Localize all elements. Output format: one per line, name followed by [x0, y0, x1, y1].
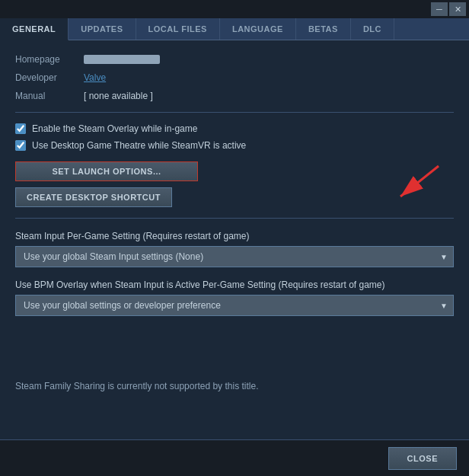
theatre-checkbox[interactable]	[15, 140, 26, 151]
developer-label: Developer	[15, 72, 84, 83]
homepage-row: Homepage	[15, 54, 454, 65]
family-sharing-note: Steam Family Sharing is currently not su…	[15, 381, 454, 391]
bpm-overlay-dropdown[interactable]: Use your global settings or developer pr…	[15, 295, 454, 316]
bpm-overlay-label: Use BPM Overlay when Steam Input is Acti…	[15, 280, 454, 290]
manual-value: [ none available ]	[84, 91, 153, 101]
launch-options-button[interactable]: SET LAUNCH OPTIONS...	[15, 161, 198, 181]
homepage-label: Homepage	[15, 54, 84, 65]
footer: CLOSE	[0, 439, 469, 476]
tab-localfiles[interactable]: LOCAL FILES	[136, 18, 220, 40]
minimize-button[interactable]: ─	[431, 2, 448, 16]
developer-row: Developer Valve	[15, 72, 454, 83]
content-area: Homepage Developer Valve Manual [ none a…	[0, 40, 469, 436]
tab-betas[interactable]: BETAS	[296, 18, 351, 40]
close-button[interactable]: CLOSE	[388, 447, 457, 470]
bpm-overlay-section: Use BPM Overlay when Steam Input is Acti…	[15, 280, 454, 316]
overlay-checkbox-row: Enable the Steam Overlay while in-game	[15, 123, 454, 134]
theatre-checkbox-row: Use Desktop Game Theatre while SteamVR i…	[15, 140, 454, 151]
steam-input-dropdown[interactable]: Use your global Steam Input settings (No…	[15, 246, 454, 267]
manual-row: Manual [ none available ]	[15, 91, 454, 101]
steam-input-label: Steam Input Per-Game Setting (Requires r…	[15, 231, 454, 241]
tab-bar: GENERAL UPDATES LOCAL FILES LANGUAGE BET…	[0, 18, 469, 40]
bpm-overlay-dropdown-wrapper: Use your global settings or developer pr…	[15, 295, 454, 316]
titlebar-close-button[interactable]: ✕	[449, 2, 466, 16]
manual-label: Manual	[15, 91, 84, 101]
overlay-label: Enable the Steam Overlay while in-game	[32, 123, 197, 134]
tab-updates[interactable]: UPDATES	[69, 18, 136, 40]
separator-1	[15, 112, 454, 113]
separator-2	[15, 218, 454, 219]
tab-general[interactable]: GENERAL	[0, 18, 69, 40]
overlay-checkbox[interactable]	[15, 123, 26, 134]
developer-value[interactable]: Valve	[84, 72, 106, 83]
homepage-value	[84, 55, 160, 64]
title-bar: ─ ✕	[0, 0, 469, 18]
steam-input-section: Steam Input Per-Game Setting (Requires r…	[15, 231, 454, 267]
theatre-label: Use Desktop Game Theatre while SteamVR i…	[32, 140, 246, 151]
action-buttons: SET LAUNCH OPTIONS... CREATE DESKTOP SHO…	[15, 161, 454, 207]
tab-dlc[interactable]: DLC	[351, 18, 394, 40]
steam-input-dropdown-wrapper: Use your global Steam Input settings (No…	[15, 246, 454, 267]
desktop-shortcut-button[interactable]: CREATE DESKTOP SHORTCUT	[15, 187, 172, 207]
tab-language[interactable]: LANGUAGE	[220, 18, 296, 40]
